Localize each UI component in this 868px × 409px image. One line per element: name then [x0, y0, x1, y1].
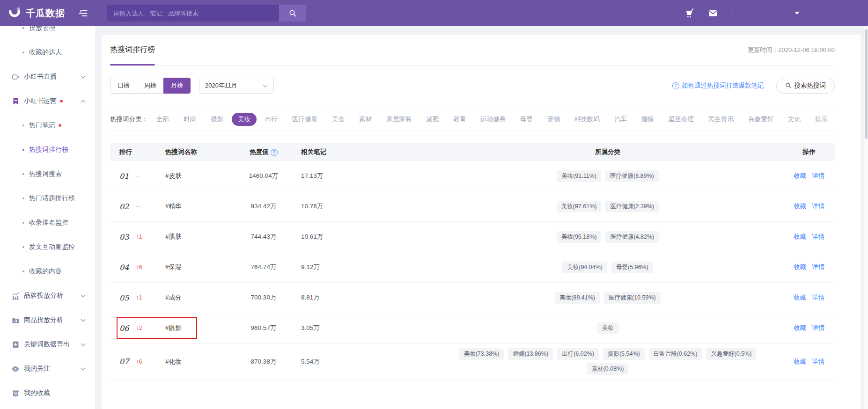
search-button[interactable] — [279, 5, 306, 22]
month-select[interactable]: 2020年11月 — [199, 78, 274, 94]
category-pill[interactable]: 全部 — [156, 115, 169, 124]
sidebar-group-item[interactable]: 小红书直播 — [0, 65, 95, 89]
table-row: 05 ↑1 #成分 700.30万 8.81万 美妆(89.41%)医疗健康(1… — [110, 283, 835, 313]
sidebar-group-item[interactable]: 关键词数据导出 — [0, 332, 95, 357]
scrollbar-thumb[interactable] — [865, 29, 868, 139]
detail-link[interactable]: 详情 — [812, 172, 824, 180]
keyword-link[interactable]: #化妆 — [165, 358, 235, 366]
category-pill[interactable]: 汽车 — [614, 115, 627, 124]
trend-indicator: ↑1 — [136, 234, 142, 240]
category-pill[interactable]: 出行 — [265, 115, 278, 124]
category-pill[interactable]: 文化 — [788, 115, 801, 124]
collect-link[interactable]: 收藏 — [794, 172, 806, 180]
chart-icon — [11, 292, 20, 300]
category-pill[interactable]: 科技数码 — [574, 115, 600, 124]
category-tags: 美妆(95.18%)医疗健康(4.82%) — [557, 226, 659, 248]
col-keyword: 热搜词名称 — [165, 148, 235, 156]
brand-logo[interactable]: 千瓜数据 — [7, 6, 65, 20]
category-pill[interactable]: 教育 — [453, 115, 466, 124]
chevron-up-icon — [81, 100, 86, 103]
row-actions: 收藏详情 — [783, 324, 835, 332]
global-search — [107, 5, 306, 22]
period-tab[interactable]: 周榜 — [137, 78, 164, 94]
collect-link[interactable]: 收藏 — [794, 324, 806, 332]
question-circle-icon[interactable]: ? — [271, 149, 278, 156]
category-pill[interactable]: 医疗健康 — [292, 115, 317, 124]
sidebar-sub-item[interactable]: 热搜词搜索 — [0, 162, 95, 186]
mail-icon[interactable] — [707, 7, 719, 19]
detail-link[interactable]: 详情 — [812, 202, 824, 211]
page-scrollbar[interactable] — [864, 26, 868, 409]
bookmark-icon — [11, 97, 20, 105]
bullet-icon — [22, 51, 24, 53]
keyword-link[interactable]: #精华 — [165, 202, 235, 211]
search-input[interactable] — [107, 5, 279, 22]
sidebar-sub-item[interactable]: 热门笔记 — [0, 113, 95, 138]
sidebar-sub-item[interactable]: 收录排名监控 — [0, 211, 95, 235]
category-pill[interactable]: 运动健身 — [480, 115, 506, 124]
chevron-down-icon — [81, 319, 86, 322]
collect-link[interactable]: 收藏 — [794, 263, 806, 271]
category-pill[interactable]: 兴趣爱好 — [748, 115, 773, 124]
category-pill[interactable]: 美食 — [332, 115, 345, 124]
sidebar-sub-item[interactable]: 发文互动量监控 — [0, 235, 95, 259]
keyword-link[interactable]: #皮肤 — [165, 172, 235, 180]
menu-fold-icon[interactable] — [78, 9, 88, 18]
detail-link[interactable]: 详情 — [812, 324, 824, 332]
period-tab[interactable]: 日榜 — [110, 78, 137, 94]
category-pill[interactable]: 摄影 — [211, 115, 223, 124]
category-tag: 美妆(91.11%) — [557, 170, 601, 182]
keyword-link[interactable]: #保湿 — [165, 263, 235, 271]
detail-link[interactable]: 详情 — [812, 233, 824, 241]
keyword-link[interactable]: #眼影 — [165, 324, 235, 332]
search-hotword-button[interactable]: 搜索热搜词 — [776, 78, 835, 94]
eye-icon — [11, 365, 20, 373]
keyword-link[interactable]: #成分 — [165, 293, 235, 302]
sidebar-group-item[interactable]: 我的关注 — [0, 357, 95, 381]
category-pill[interactable]: 减肥 — [426, 115, 439, 124]
sidebar-group-item[interactable]: 小红书运营 — [0, 89, 95, 113]
collect-link[interactable]: 收藏 — [794, 202, 806, 211]
category-tag: 美妆(94.04%) — [562, 262, 607, 273]
notes-count: 9.12万 — [292, 263, 432, 271]
row-actions: 收藏详情 — [783, 358, 835, 366]
sidebar-group-item[interactable]: 商品投放分析 — [0, 308, 95, 332]
period-tab[interactable]: 月榜 — [163, 78, 191, 94]
help-link[interactable]: ? 如何通过热搜词打造爆款笔记 — [672, 81, 764, 90]
category-filter-row: 热搜词分类： 全部时尚摄影美妆出行医疗健康美食素材家居家装减肥教育运动健身母婴宠… — [110, 108, 835, 131]
sidebar-sub-item[interactable]: 收藏的达人 — [0, 40, 95, 65]
keyword-link[interactable]: #肌肤 — [165, 233, 235, 241]
category-pill[interactable]: 母婴 — [520, 115, 533, 124]
cart-icon[interactable] — [684, 7, 695, 19]
category-pill[interactable]: 时尚 — [184, 115, 196, 124]
category-pill[interactable]: 娱乐 — [815, 115, 828, 124]
collect-link[interactable]: 收藏 — [794, 233, 806, 241]
sidebar-sub-item[interactable]: 收藏的内容 — [0, 259, 95, 284]
collect-link[interactable]: 收藏 — [794, 358, 806, 366]
category-pill[interactable]: 素材 — [359, 115, 372, 124]
category-tags: 美妆(94.04%)母婴(5.96%) — [562, 257, 653, 278]
col-actions: 操作 — [783, 148, 835, 156]
category-pill[interactable]: 婚嫁 — [641, 115, 654, 124]
sidebar-group-item[interactable]: 品牌投放分析 — [0, 284, 95, 308]
table-row: 07 ↑6 #化妆 870.38万 5.54万 美妆(73.38%)婚嫁(13.… — [110, 343, 835, 380]
detail-link[interactable]: 详情 — [812, 293, 824, 302]
heat-value: 934.42万 — [235, 202, 292, 211]
sidebar-group-item[interactable]: 我的收藏 — [0, 381, 95, 405]
collect-link[interactable]: 收藏 — [794, 293, 806, 302]
category-pill[interactable]: 民生资讯 — [708, 115, 734, 124]
sidebar-sub-item[interactable]: 热门话题排行榜 — [0, 186, 95, 211]
user-menu-chevron-down-icon[interactable] — [794, 11, 800, 15]
detail-link[interactable]: 详情 — [812, 263, 824, 271]
sidebar-sub-item[interactable]: 投放管理 — [0, 26, 95, 40]
category-pill[interactable]: 宠物 — [547, 115, 560, 124]
category-tags: 美妆(97.61%)医疗健康(2.39%) — [557, 196, 659, 217]
category-pill[interactable]: 星座命理 — [669, 115, 694, 124]
table-row: 03 ↑1 #肌肤 744.43万 10.61万 美妆(95.18%)医疗健康(… — [110, 222, 835, 252]
category-pill[interactable]: 家居家装 — [386, 115, 412, 124]
detail-link[interactable]: 详情 — [812, 358, 824, 366]
header-divider — [733, 8, 733, 18]
category-list: 全部时尚摄影美妆出行医疗健康美食素材家居家装减肥教育运动健身母婴宠物科技数码汽车… — [156, 115, 842, 124]
sidebar-sub-item[interactable]: 热搜词排行榜 — [0, 138, 95, 162]
category-pill[interactable]: 美妆 — [232, 113, 257, 126]
